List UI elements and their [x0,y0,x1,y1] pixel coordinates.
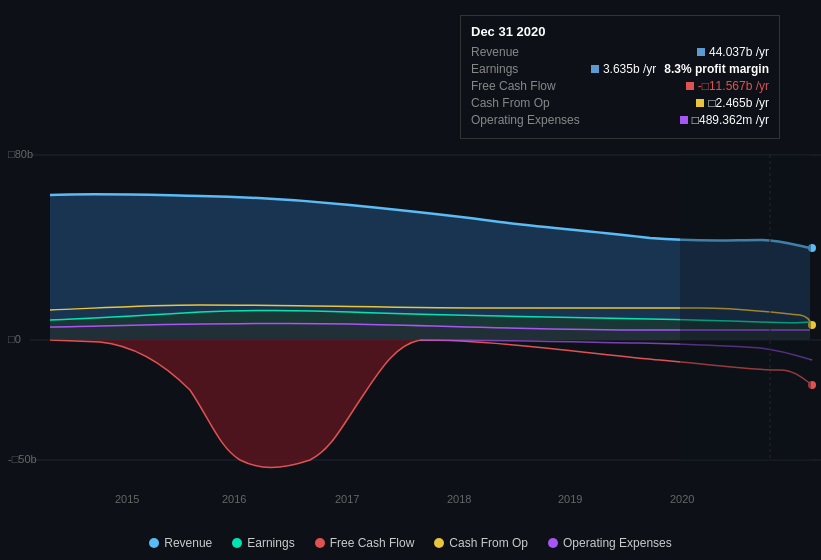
fcf-color [686,82,694,90]
profit-margin: 8.3% profit margin [664,62,769,76]
legend-cashfromop[interactable]: Cash From Op [434,536,528,550]
earnings-color [591,65,599,73]
tooltip-value-fcf: -□11.567b /yr [686,79,769,93]
tooltip-value-earnings: 3.635b /yr 8.3% profit margin [591,62,769,76]
legend-label-fcf: Free Cash Flow [330,536,415,550]
x-label-2019: 2019 [558,493,582,505]
x-label-2017: 2017 [335,493,359,505]
legend-label-earnings: Earnings [247,536,294,550]
legend-dot-fcf [315,538,325,548]
tooltip-value-opex: □489.362m /yr [680,113,769,127]
x-label-2016: 2016 [222,493,246,505]
tooltip-label-fcf: Free Cash Flow [471,79,581,93]
revenue-color [697,48,705,56]
legend-dot-cashfromop [434,538,444,548]
y-axis-bot: -□50b [8,453,37,465]
legend-label-revenue: Revenue [164,536,212,550]
cashfromop-color [696,99,704,107]
legend: Revenue Earnings Free Cash Flow Cash Fro… [0,536,821,550]
legend-label-cashfromop: Cash From Op [449,536,528,550]
tooltip-value-revenue: 44.037b /yr [697,45,769,59]
tooltip-label-revenue: Revenue [471,45,581,59]
x-label-2015: 2015 [115,493,139,505]
svg-rect-8 [680,155,811,460]
legend-dot-earnings [232,538,242,548]
tooltip-title: Dec 31 2020 [471,24,769,39]
legend-dot-revenue [149,538,159,548]
tooltip-label-cashfromop: Cash From Op [471,96,581,110]
tooltip-label-earnings: Earnings [471,62,581,76]
chart-container: □80b □0 -□50b 2015 2016 2017 2018 2019 2… [0,0,821,560]
opex-color [680,116,688,124]
y-axis-top: □80b [8,148,33,160]
legend-revenue[interactable]: Revenue [149,536,212,550]
tooltip-value-cashfromop: □2.465b /yr [696,96,769,110]
x-label-2018: 2018 [447,493,471,505]
x-label-2020: 2020 [670,493,694,505]
tooltip-row-revenue: Revenue 44.037b /yr [471,45,769,59]
tooltip-row-opex: Operating Expenses □489.362m /yr [471,113,769,127]
legend-earnings[interactable]: Earnings [232,536,294,550]
tooltip-row-cashfromop: Cash From Op □2.465b /yr [471,96,769,110]
tooltip-row-fcf: Free Cash Flow -□11.567b /yr [471,79,769,93]
tooltip-label-opex: Operating Expenses [471,113,581,127]
legend-label-opex: Operating Expenses [563,536,672,550]
legend-fcf[interactable]: Free Cash Flow [315,536,415,550]
legend-opex[interactable]: Operating Expenses [548,536,672,550]
legend-dot-opex [548,538,558,548]
tooltip-row-earnings: Earnings 3.635b /yr 8.3% profit margin [471,62,769,76]
y-axis-mid: □0 [8,333,21,345]
tooltip: Dec 31 2020 Revenue 44.037b /yr Earnings… [460,15,780,139]
